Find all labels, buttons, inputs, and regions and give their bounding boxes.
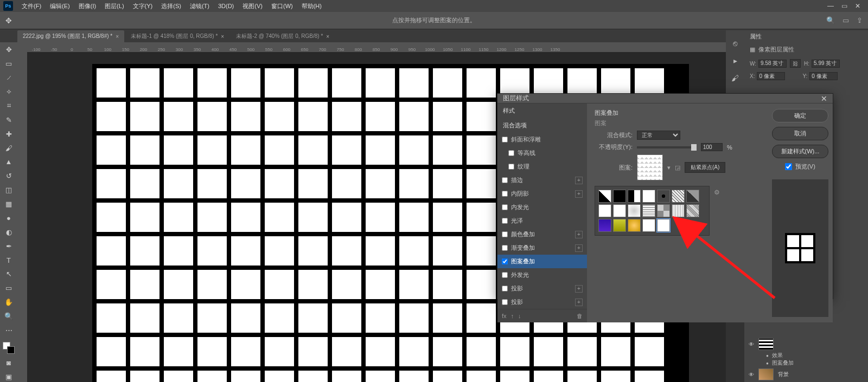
- magic-wand-tool[interactable]: ✧: [2, 87, 15, 98]
- menu-type[interactable]: 文字(Y): [129, 2, 157, 10]
- minimize-icon[interactable]: —: [827, 2, 834, 10]
- style-checkbox[interactable]: [502, 218, 508, 224]
- style-item[interactable]: 投影+: [497, 295, 587, 309]
- move-tool-icon[interactable]: ✥: [5, 16, 12, 25]
- properties-title[interactable]: 属性: [744, 30, 868, 42]
- style-item[interactable]: 描边+: [497, 173, 587, 187]
- add-effect-icon[interactable]: +: [575, 285, 583, 293]
- cancel-button[interactable]: 取消: [772, 127, 828, 140]
- style-checkbox[interactable]: [502, 258, 508, 264]
- stamp-tool[interactable]: ▲: [2, 157, 15, 167]
- style-checkbox[interactable]: [502, 177, 508, 183]
- eyedropper-tool[interactable]: ✎: [2, 114, 15, 125]
- menu-3d[interactable]: 3D(D): [214, 3, 238, 9]
- style-checkbox[interactable]: [502, 286, 508, 292]
- eraser-tool[interactable]: ◫: [2, 185, 15, 196]
- pattern-overlay-row[interactable]: 图案叠加: [744, 359, 868, 367]
- tab-active[interactable]: 2222.jpg @ 195% (图层 1, RGB/8#) *×: [17, 30, 124, 42]
- pattern-swatch[interactable]: [657, 219, 670, 232]
- blur-tool[interactable]: ●: [2, 213, 15, 224]
- style-checkbox[interactable]: [508, 164, 514, 170]
- x-input[interactable]: [757, 72, 785, 80]
- pattern-swatch[interactable]: [628, 219, 641, 232]
- layer-row[interactable]: 👁: [744, 336, 868, 352]
- add-effect-icon[interactable]: +: [575, 177, 583, 184]
- menu-window[interactable]: 窗口(W): [267, 2, 297, 10]
- tab-2[interactable]: 未标题-1 @ 418% (图层 0, RGB/8) *×: [125, 30, 229, 42]
- tab-close-icon[interactable]: ×: [221, 34, 224, 40]
- pattern-swatch[interactable]: [613, 190, 626, 203]
- brush-tool[interactable]: 🖌: [2, 143, 15, 153]
- style-item[interactable]: 外发光: [497, 268, 587, 282]
- hand-tool[interactable]: ✋: [2, 297, 15, 308]
- gradient-tool[interactable]: ▦: [2, 199, 15, 210]
- edit-toolbar[interactable]: ⋯: [2, 325, 15, 336]
- menu-edit[interactable]: 编辑(E): [46, 2, 74, 10]
- style-checkbox[interactable]: [508, 150, 514, 156]
- style-checkbox[interactable]: [502, 204, 508, 210]
- history-icon[interactable]: ▸: [733, 56, 737, 65]
- snap-origin-button[interactable]: 贴紧原点(A): [685, 162, 725, 173]
- menu-view[interactable]: 视图(V): [238, 2, 267, 10]
- style-checkbox[interactable]: [502, 191, 508, 197]
- type-tool[interactable]: T: [2, 255, 15, 266]
- fx-icon[interactable]: fx: [502, 313, 507, 319]
- visibility-icon[interactable]: 👁: [749, 341, 754, 347]
- pattern-preview[interactable]: [637, 154, 663, 180]
- close-icon[interactable]: ✕: [855, 2, 860, 10]
- style-checkbox[interactable]: [502, 137, 508, 143]
- pattern-swatch[interactable]: [598, 190, 611, 203]
- pattern-swatch[interactable]: [672, 190, 685, 203]
- background-color[interactable]: [7, 346, 15, 354]
- add-effect-icon[interactable]: +: [575, 244, 583, 252]
- dialog-close-icon[interactable]: ✕: [821, 94, 827, 103]
- search-icon[interactable]: 🔍: [826, 16, 835, 24]
- lasso-tool[interactable]: ⟋: [2, 73, 15, 83]
- preview-checkbox[interactable]: [785, 163, 792, 170]
- pattern-swatch[interactable]: [613, 219, 626, 232]
- gear-icon[interactable]: ⚙: [714, 189, 720, 196]
- history-brush-tool[interactable]: ↺: [2, 171, 15, 182]
- pattern-swatch[interactable]: [657, 204, 670, 217]
- pattern-swatch[interactable]: [672, 204, 685, 217]
- maximize-icon[interactable]: ▭: [841, 2, 847, 10]
- style-item[interactable]: 斜面和浮雕: [497, 133, 587, 146]
- new-style-button[interactable]: 新建样式(W)...: [772, 145, 828, 158]
- style-item[interactable]: 等高线: [497, 146, 587, 160]
- dodge-tool[interactable]: ◐: [2, 226, 15, 237]
- tab-3[interactable]: 未标题-2 @ 740% (图层 0, RGB/8) *×: [231, 30, 335, 42]
- workspace-icon[interactable]: ▭: [843, 16, 849, 24]
- blend-options[interactable]: 混合选项: [497, 118, 587, 133]
- style-checkbox[interactable]: [502, 231, 508, 237]
- path-tool[interactable]: ↖: [2, 269, 15, 280]
- pattern-swatch[interactable]: [613, 204, 626, 217]
- visibility-icon[interactable]: 👁: [749, 372, 754, 378]
- style-item[interactable]: 投影+: [497, 282, 587, 295]
- style-checkbox[interactable]: [502, 299, 508, 305]
- style-item[interactable]: 纹理: [497, 160, 587, 173]
- crop-tool[interactable]: ⌗: [2, 101, 15, 112]
- tab-close-icon[interactable]: ×: [116, 34, 119, 40]
- menu-file[interactable]: 文件(F): [17, 2, 46, 10]
- pattern-swatch[interactable]: [686, 204, 699, 217]
- styles-heading[interactable]: 样式: [497, 103, 587, 118]
- marquee-tool[interactable]: ▭: [2, 59, 15, 69]
- pattern-swatch[interactable]: [628, 204, 641, 217]
- shape-tool[interactable]: ▭: [2, 283, 15, 294]
- menu-filter[interactable]: 滤镜(T): [186, 2, 214, 10]
- pattern-swatch[interactable]: [628, 190, 641, 203]
- brush-panel-icon[interactable]: 🖌: [731, 74, 739, 82]
- new-preset-icon[interactable]: ◲: [675, 164, 680, 171]
- add-effect-icon[interactable]: +: [575, 299, 583, 306]
- pattern-swatch[interactable]: [598, 219, 611, 232]
- zoom-tool[interactable]: 🔍: [2, 311, 15, 322]
- dialog-titlebar[interactable]: 图层样式 ✕: [497, 94, 833, 103]
- menu-select[interactable]: 选择(S): [157, 2, 186, 10]
- height-input[interactable]: [812, 60, 840, 68]
- tab-close-icon[interactable]: ×: [326, 34, 329, 40]
- up-icon[interactable]: ↑: [511, 313, 514, 319]
- share-icon[interactable]: ⇪: [857, 16, 863, 24]
- effects-row[interactable]: 效果: [744, 352, 868, 359]
- opacity-input[interactable]: [701, 143, 723, 151]
- style-item[interactable]: 内发光: [497, 200, 587, 214]
